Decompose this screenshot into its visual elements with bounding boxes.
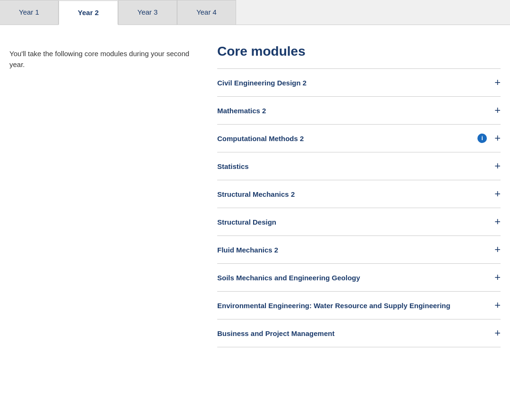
module-right-ced2: + (490, 77, 501, 88)
module-right-smeg: + (490, 272, 501, 283)
modules-list: Civil Engineering Design 2+Mathematics 2… (217, 68, 501, 347)
expand-icon-ced2[interactable]: + (494, 77, 501, 88)
tab-year3[interactable]: Year 3 (118, 0, 177, 25)
module-right-eewr: + (490, 300, 501, 311)
expand-icon-fm2[interactable]: + (494, 244, 501, 255)
tab-year2[interactable]: Year 2 (59, 0, 118, 25)
module-item-sm2[interactable]: Structural Mechanics 2+ (217, 180, 501, 208)
module-name-sd: Structural Design (217, 218, 276, 226)
module-item-math2[interactable]: Mathematics 2+ (217, 96, 501, 124)
module-item-bpm[interactable]: Business and Project Management+ (217, 319, 501, 347)
module-item-stats[interactable]: Statistics+ (217, 152, 501, 180)
module-right-math2: + (490, 105, 501, 116)
module-right-fm2: + (490, 244, 501, 255)
content-area: You'll take the following core modules d… (0, 25, 510, 366)
module-name-bpm: Business and Project Management (217, 329, 334, 337)
module-name-math2: Mathematics 2 (217, 107, 266, 115)
module-name-smeg: Soils Mechanics and Engineering Geology (217, 274, 360, 282)
module-right-sm2: + (490, 189, 501, 199)
module-item-cm2[interactable]: Computational Methods 2i+ (217, 124, 501, 152)
tabs-container: Year 1Year 2Year 3Year 4 (0, 0, 510, 25)
module-item-eewr[interactable]: Environmental Engineering: Water Resourc… (217, 291, 501, 319)
module-item-ced2[interactable]: Civil Engineering Design 2+ (217, 68, 501, 96)
left-panel: You'll take the following core modules d… (9, 44, 198, 347)
description-text: You'll take the following core modules d… (9, 49, 198, 70)
expand-icon-smeg[interactable]: + (494, 272, 501, 283)
expand-icon-bpm[interactable]: + (494, 328, 501, 338)
tab-year1[interactable]: Year 1 (0, 0, 59, 25)
info-badge-cm2[interactable]: i (477, 134, 487, 143)
core-modules-title: Core modules (217, 44, 501, 59)
expand-icon-math2[interactable]: + (494, 105, 501, 116)
module-right-stats: + (490, 161, 501, 171)
module-right-cm2: i+ (477, 133, 501, 143)
module-right-bpm: + (490, 328, 501, 338)
module-name-ced2: Civil Engineering Design 2 (217, 79, 306, 87)
module-item-fm2[interactable]: Fluid Mechanics 2+ (217, 235, 501, 263)
module-item-smeg[interactable]: Soils Mechanics and Engineering Geology+ (217, 263, 501, 291)
expand-icon-eewr[interactable]: + (494, 300, 501, 311)
module-name-stats: Statistics (217, 162, 249, 170)
expand-icon-sm2[interactable]: + (494, 189, 501, 199)
module-name-sm2: Structural Mechanics 2 (217, 190, 295, 198)
expand-icon-sd[interactable]: + (494, 217, 501, 227)
module-right-sd: + (490, 217, 501, 227)
right-panel: Core modules Civil Engineering Design 2+… (217, 44, 501, 347)
expand-icon-cm2[interactable]: + (494, 133, 501, 143)
expand-icon-stats[interactable]: + (494, 161, 501, 171)
module-name-cm2: Computational Methods 2 (217, 134, 304, 143)
module-item-sd[interactable]: Structural Design+ (217, 208, 501, 235)
module-name-fm2: Fluid Mechanics 2 (217, 246, 278, 254)
module-name-eewr: Environmental Engineering: Water Resourc… (217, 302, 450, 310)
tab-year4[interactable]: Year 4 (177, 0, 236, 25)
